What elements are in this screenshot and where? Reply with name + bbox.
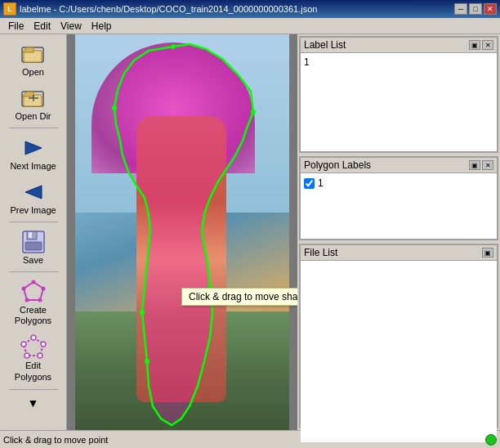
menu-edit[interactable]: Edit <box>29 19 56 34</box>
title-text: labelme - C:/Users/chenb/Desktop/COCO_tr… <box>20 4 454 14</box>
open-dir-icon <box>20 85 47 111</box>
title-bar: L labelme - C:/Users/chenb/Desktop/COCO_… <box>0 0 500 18</box>
svg-point-16 <box>41 287 45 291</box>
label-list-header: Label List ▣ ✕ <box>301 38 497 53</box>
menu-help[interactable]: Help <box>87 19 117 34</box>
edit-polygons-label: EditPolygons <box>15 361 51 382</box>
polygon-label-text-1: 1 <box>318 177 324 189</box>
label-list-content: 1 <box>301 53 497 151</box>
file-list-header: File List ▣ <box>301 245 497 261</box>
next-image-icon <box>20 135 47 161</box>
edit-polygons-icon <box>20 334 47 361</box>
menu-bar: File Edit View Help <box>0 18 500 34</box>
minimize-button[interactable]: ─ <box>454 3 467 15</box>
polygon-labels-content: 1 <box>301 173 497 239</box>
menu-view[interactable]: View <box>56 19 87 34</box>
status-text: Click & drag to move point <box>3 435 485 445</box>
tooltip-text: Click & drag to move shape '1' <box>189 291 297 302</box>
file-list-title: File List <box>304 247 480 258</box>
svg-marker-14 <box>24 282 43 300</box>
svg-point-23 <box>38 353 42 358</box>
polygon-labels-restore-button[interactable]: ▣ <box>469 160 480 170</box>
label-list-item-1[interactable]: 1 <box>304 56 493 68</box>
file-list-content <box>301 261 497 442</box>
file-list-restore-button[interactable]: ▣ <box>482 248 493 258</box>
label-list-close-button[interactable]: ✕ <box>482 40 493 50</box>
save-button[interactable]: Save <box>5 226 62 268</box>
open-icon <box>20 41 47 67</box>
create-polygons-button[interactable]: CreatePolygons <box>5 276 62 329</box>
svg-rect-12 <box>25 242 42 250</box>
svg-point-24 <box>25 353 29 358</box>
image-container[interactable]: Click & drag to move shape '1' <box>75 34 289 430</box>
prev-image-label: Prev Image <box>10 205 56 215</box>
person <box>136 116 226 402</box>
polygon-labels-title: Polygon Labels <box>304 159 467 171</box>
prev-image-button[interactable]: Prev Image <box>5 176 62 218</box>
toolbar-divider-3 <box>9 271 58 272</box>
menu-file[interactable]: File <box>3 19 29 34</box>
edit-polygons-button[interactable]: EditPolygons <box>5 331 62 385</box>
right-panels: Label List ▣ ✕ 1 Polygon Labels ▣ ✕ 1 <box>297 34 500 430</box>
label-list-restore-button[interactable]: ▣ <box>469 40 480 50</box>
svg-marker-9 <box>25 186 42 199</box>
label-list-panel: Label List ▣ ✕ 1 <box>299 36 498 153</box>
svg-rect-13 <box>29 232 32 238</box>
toolbar-divider-2 <box>9 222 58 222</box>
open-button[interactable]: Open <box>5 38 62 80</box>
svg-marker-5 <box>22 92 33 96</box>
polygon-labels-panel: Polygon Labels ▣ ✕ 1 <box>299 156 498 240</box>
scroll-down-button[interactable]: ▼ <box>5 393 62 413</box>
close-button[interactable]: ✕ <box>484 3 497 15</box>
toolbar-divider-1 <box>9 128 58 128</box>
svg-marker-8 <box>25 141 42 155</box>
open-dir-button[interactable]: Open Dir <box>5 82 62 124</box>
next-image-label: Next Image <box>10 161 56 171</box>
polygon-labels-header: Polygon Labels ▣ ✕ <box>301 158 497 173</box>
canvas-area[interactable]: Click & drag to move shape '1' <box>67 34 297 430</box>
svg-marker-2 <box>22 47 33 52</box>
canvas-inner: Click & drag to move shape '1' <box>67 34 297 430</box>
open-label: Open <box>22 67 44 77</box>
save-icon <box>20 229 47 255</box>
main-content: Open Open Dir Next I <box>0 34 500 430</box>
create-polygons-icon <box>20 279 47 305</box>
app-icon: L <box>3 2 16 16</box>
polygon-labels-close-button[interactable]: ✕ <box>482 160 493 170</box>
svg-point-15 <box>31 280 35 284</box>
create-polygons-label: CreatePolygons <box>15 305 51 326</box>
polygon-label-checkbox-1[interactable] <box>304 178 315 189</box>
svg-point-19 <box>21 287 25 291</box>
polygon-label-item-1: 1 <box>304 177 493 190</box>
tooltip: Click & drag to move shape '1' <box>181 288 297 306</box>
title-buttons: ─ □ ✕ <box>454 3 497 15</box>
svg-point-22 <box>41 342 46 347</box>
maximize-button[interactable]: □ <box>469 3 482 15</box>
toolbar: Open Open Dir Next I <box>0 34 67 430</box>
file-list-panel: File List ▣ <box>299 244 498 428</box>
open-dir-label: Open Dir <box>15 111 51 121</box>
status-indicator <box>485 434 497 446</box>
svg-point-18 <box>25 298 29 302</box>
svg-point-25 <box>21 342 26 347</box>
svg-point-17 <box>38 298 42 302</box>
label-list-title: Label List <box>304 39 467 51</box>
svg-point-21 <box>31 335 36 340</box>
next-image-button[interactable]: Next Image <box>5 132 62 174</box>
main-image <box>75 34 289 430</box>
prev-image-icon <box>20 179 47 205</box>
save-label: Save <box>23 255 43 265</box>
toolbar-divider-4 <box>9 389 58 390</box>
